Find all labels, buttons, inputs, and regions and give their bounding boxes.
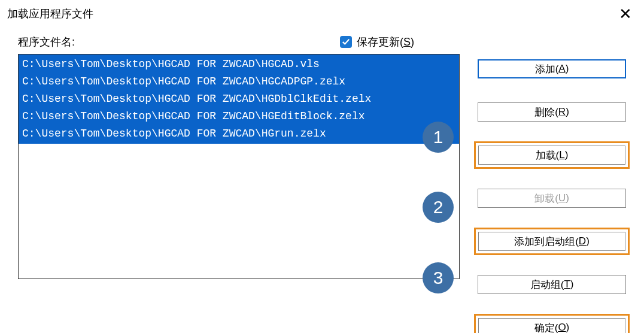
list-item[interactable]: C:\Users\Tom\Desktop\HGCAD FOR ZWCAD\HGE… <box>22 108 455 125</box>
delete-button[interactable]: 删除(R) <box>478 102 626 122</box>
file-listbox[interactable]: C:\Users\Tom\Desktop\HGCAD FOR ZWCAD\HGC… <box>18 54 460 279</box>
window-title: 加载应用程序文件 <box>7 7 93 21</box>
highlight-ok: 确定(O) <box>474 314 630 333</box>
unload-button: 卸载(U) <box>478 189 626 208</box>
save-update-checkbox[interactable]: 保存更新(S) <box>340 35 414 49</box>
close-icon[interactable]: ✕ <box>616 6 634 22</box>
highlight-addgroup: 添加到启动组(D) <box>474 228 630 255</box>
file-list-label: 程序文件名: <box>18 35 340 49</box>
load-button[interactable]: 加载(L) <box>478 146 625 165</box>
list-item[interactable]: C:\Users\Tom\Desktop\HGCAD FOR ZWCAD\HGC… <box>22 73 455 90</box>
checkbox-checked-icon <box>340 36 352 48</box>
list-item[interactable]: C:\Users\Tom\Desktop\HGCAD FOR ZWCAD\HGC… <box>22 56 455 73</box>
annotation-badge-1: 1 <box>423 122 454 153</box>
list-item[interactable]: C:\Users\Tom\Desktop\HGCAD FOR ZWCAD\HGr… <box>22 125 455 143</box>
checkbox-label-pre: 保存更新( <box>357 35 403 49</box>
title-bar: 加载应用程序文件 ✕ <box>0 0 644 28</box>
checkbox-hotkey: S <box>403 36 411 49</box>
highlight-load: 加载(L) <box>474 141 630 169</box>
annotation-badge-3: 3 <box>423 262 454 293</box>
annotation-badge-2: 2 <box>423 192 454 223</box>
ok-button[interactable]: 确定(O) <box>478 318 625 333</box>
add-to-startup-group-button[interactable]: 添加到启动组(D) <box>478 232 625 251</box>
checkbox-label-post: ) <box>411 36 414 49</box>
startup-group-button[interactable]: 启动组(T) <box>478 275 626 294</box>
list-item[interactable]: C:\Users\Tom\Desktop\HGCAD FOR ZWCAD\HGD… <box>22 90 455 108</box>
add-button[interactable]: 添加(A) <box>478 59 626 78</box>
